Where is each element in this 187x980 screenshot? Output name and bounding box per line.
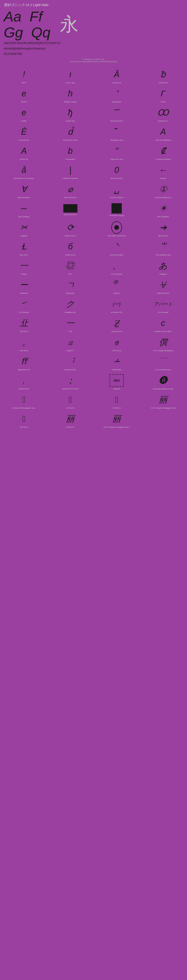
cell-label-39: CJK Radicals Sup (156, 254, 171, 256)
cell-label-17: Punctuation (66, 158, 75, 161)
cell-68: 𓂀Enclosed Hieroglyphic Sup (1, 391, 47, 410)
cell-label-36: Latin Ext C (19, 254, 29, 256)
cell-47: ㆾBopomofo Ext (140, 277, 186, 295)
cell-label-18: Super And Sub (110, 158, 123, 161)
glyph-char: б (68, 240, 73, 253)
glyph-char: ク (66, 298, 75, 310)
cell-label-38: Sup Punctuation (110, 254, 124, 256)
cell-label-25: Misc Technical (64, 196, 77, 199)
glyph-char: ! (23, 68, 25, 81)
cell-41: ⿻IDC (48, 258, 94, 276)
cell-label-2: Latin Ext A (112, 82, 121, 84)
cell-label-6: Diacriticals (112, 101, 121, 103)
cell-0: !ASCII (1, 66, 47, 85)
cell-42: 、CJK Symbols (94, 258, 140, 276)
cell-label-44: Katakana (20, 292, 28, 294)
cell-2: ĀLatin Ext A (94, 66, 140, 85)
glyph-char: ⿻ (66, 259, 75, 272)
alphabet-lower: abcdefghijklmnopqrstuvwxyz (4, 46, 183, 51)
cell-25: ⌀Misc Technical (48, 181, 94, 200)
cell-label-21: Letterlike Symbols (62, 177, 78, 180)
glyph-char: ✂ (20, 221, 27, 234)
glyph-char: ⌀ (68, 183, 73, 196)
cell-label-68: Enclosed Hieroglyphic Sup (13, 407, 35, 409)
cell-37: бCyrillic Ext A (48, 239, 94, 257)
cell-label-35: Misc Arrows (158, 235, 168, 237)
glyph-char: ∀ (21, 183, 27, 196)
cell-34: Misc Math Symbols B (94, 220, 140, 238)
cell-label-41: IDC (69, 273, 72, 275)
glyph-char: ꜀ (23, 336, 25, 348)
cell-label-23: Arrows (160, 177, 166, 180)
cell-29: Block Elements (48, 200, 94, 219)
cell-label-22: Number Forms (110, 177, 123, 180)
glyph-char: 丽 (159, 393, 167, 406)
multi-char: アパート (154, 298, 173, 310)
glyph-char: ₡ (160, 145, 166, 157)
glyph-char: ﹉ (159, 355, 167, 368)
glyph-char: Ꙃ (114, 317, 119, 329)
cell-17: bPunctuation (48, 143, 94, 161)
glyph-char: h (68, 87, 73, 100)
cell-57: ꤁Kayah Li (48, 334, 94, 353)
glyph-char: ⼀ (20, 259, 28, 272)
glyph-char: ← (159, 164, 167, 177)
glyph-char: 0 (114, 164, 119, 177)
cell-label-11: Cyrillic Ext C (158, 120, 168, 122)
cell-67: 🅐Enclosed Alphanum Sup (140, 372, 186, 391)
cell-label-74: CJK Compat Hieroglyphs Sup 2 (104, 426, 130, 428)
glyph-char: ʻ (115, 87, 118, 100)
cell-1: ıLatin 1 Sup (48, 66, 94, 85)
cell-12: ÈPhonetic Ext (1, 124, 47, 142)
cell-58: ꬰLatin Ext E (94, 334, 140, 353)
cell-72: 𫝀CJK Ext E (1, 410, 47, 430)
glyph-char: 𫝀 (22, 412, 26, 425)
sun-icon: ☀ (160, 202, 167, 215)
glyph-char: e (21, 87, 26, 100)
cell-label-27: Enclosed Alphanum (155, 196, 171, 199)
cell-label-13: Phonetic Ext Sup (63, 139, 77, 142)
cell-62: ﬩Half Marks (94, 353, 140, 372)
cell-label-34: Misc Math Symbols B (108, 235, 126, 237)
cell-18: "Super And Sub (94, 143, 140, 161)
cell-label-45: Bopomofo (66, 292, 75, 294)
glyph-char: е (21, 107, 26, 119)
cell-label-28: Box Drawing (19, 216, 29, 218)
cell-46: ㆙Kanbun (94, 277, 140, 295)
cell-32: ✂Dingbats (1, 220, 47, 238)
cell-label-70: CJK Ext C (112, 407, 121, 409)
cell-71: 丽CJK Compat Hieroglyphs Sup (140, 391, 186, 410)
circle-dot-icon (111, 221, 122, 234)
cell-16: АGreek Ext (1, 143, 47, 161)
cell-70: 𪜀CJK Ext C (94, 391, 140, 410)
cell-label-53: CJK (69, 330, 72, 333)
cell-44: ーKatakana (1, 277, 47, 295)
cell-56: ꜀Latin Ext D (1, 334, 47, 353)
glyph-char: ꬰ (115, 336, 119, 348)
cell-label-9: Cyrillic Sup (66, 120, 75, 122)
cell-51: アパートCJK Compat (140, 296, 186, 315)
glyph-char: b (68, 145, 73, 157)
glyph-char: ー (20, 278, 28, 291)
cell-33: ⟳Sup Arrows B (48, 220, 94, 238)
cell-label-8: Cyrillic (21, 120, 27, 122)
cell-label-50: Enclosed CJK (111, 311, 123, 313)
font-title: 更紗ゴシック UI J Light Italic (4, 3, 183, 7)
cell-26: ␣Control Pictures (94, 181, 140, 200)
cell-24: ∀Math Operators (1, 181, 47, 200)
glyph-char: ⸌ (115, 240, 119, 253)
cell-52: 㐀CJK Ext A (1, 315, 47, 334)
cell-label-64: Small Forms (19, 388, 29, 390)
cell-49: クKatakana Ext (48, 296, 94, 315)
obj-box: OBJ (110, 374, 124, 387)
credit: © Design by fontke.com Font Source: http… (4, 57, 183, 64)
cell-label-29: Block Elements (64, 213, 77, 216)
glyph-char: ␣ (114, 183, 120, 196)
glyph-char: ； (66, 374, 75, 387)
cell-9: ђCyrillic Sup (48, 105, 94, 123)
cell-14: ̃̈Diacriticals Sup (94, 124, 140, 142)
cell-6: ʻDiacriticals (94, 85, 140, 104)
glyph-char: 僎 (159, 336, 167, 348)
glyph-char: 㐀 (20, 317, 28, 329)
glyph-char: ㄱ (66, 278, 75, 291)
